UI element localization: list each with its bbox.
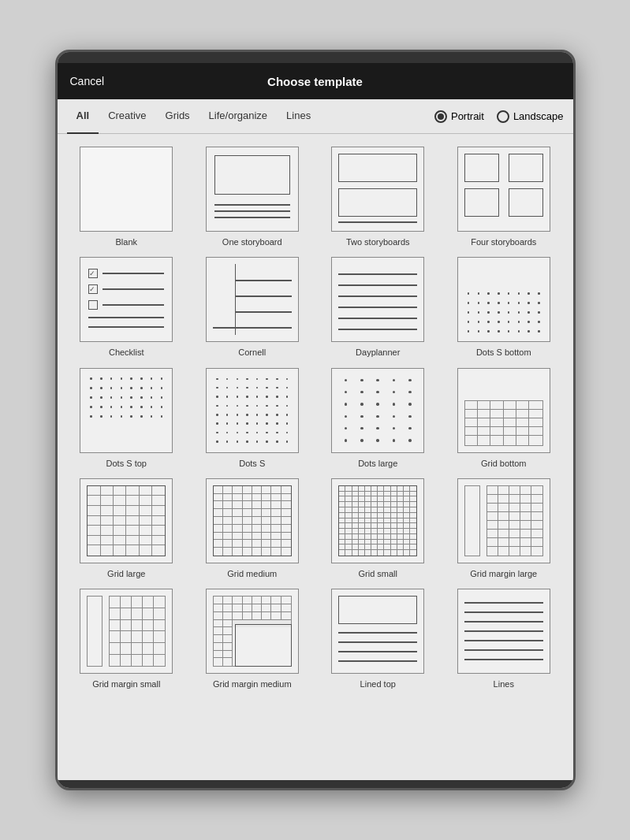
dots-area [213, 375, 292, 446]
device-bottom-bar [58, 780, 573, 788]
label-four-storyboards: Four storyboards [471, 236, 536, 247]
thumb-row5-4 [457, 589, 550, 674]
label-grid-large: Grid large [107, 568, 145, 579]
grid-small-area [338, 485, 417, 556]
template-grid-medium[interactable]: Grid medium [192, 478, 312, 579]
template-grid-small[interactable]: Grid small [319, 478, 438, 579]
device: Cancel Choose template All Creative Grid… [55, 50, 576, 790]
template-cornell[interactable]: Cornell [192, 257, 312, 358]
thumb-dayplanner [331, 257, 424, 342]
label-grid-small: Grid small [358, 568, 397, 579]
template-grid-large[interactable]: Grid large [67, 478, 187, 579]
label-row5-4: Lines [494, 678, 514, 689]
dots-area [338, 375, 417, 446]
margin-area [87, 596, 103, 667]
template-dots-large[interactable]: Dots large [319, 368, 438, 469]
template-grid-margin-large[interactable]: Grid margin large [444, 478, 564, 579]
thumb-grid-margin-large [457, 478, 550, 563]
top-box [338, 596, 417, 624]
tab-lines[interactable]: Lines [277, 99, 320, 134]
tab-all[interactable]: All [67, 99, 99, 134]
template-dots-s-top[interactable]: Dots S top [67, 368, 187, 469]
grid-area [109, 596, 166, 667]
template-dots-s-bottom[interactable]: Dots S bottom [444, 257, 564, 358]
template-dots-s[interactable]: Dots S [192, 368, 312, 469]
thumb-two-storyboards [331, 147, 424, 232]
template-grid-bottom[interactable]: Grid bottom [444, 368, 564, 469]
cancel-button[interactable]: Cancel [70, 75, 105, 87]
tabs-row: All Creative Grids Life/organize Lines P… [58, 99, 573, 134]
thumb-one-storyboard [206, 147, 299, 232]
label-dayplanner: Dayplanner [356, 347, 400, 358]
label-grid-medium: Grid medium [227, 568, 277, 579]
portrait-radio[interactable] [434, 110, 447, 123]
template-row5-4[interactable]: Lines [444, 589, 564, 689]
line1 [338, 632, 417, 634]
thumb-four-storyboards [457, 147, 550, 232]
thumb-grid-bottom [457, 368, 550, 453]
line3 [338, 651, 417, 652]
label-one-storyboard: One storyboard [222, 236, 282, 247]
thumb-checklist: ✓ ✓ [80, 257, 173, 342]
templates-grid: Blank One storyboard Two st [58, 134, 573, 780]
template-four-storyboards[interactable]: Four storyboards [444, 147, 564, 247]
dots-area [464, 289, 543, 335]
thumb-row5-3 [331, 589, 424, 674]
label-row5-2: Grid margin medium [213, 678, 292, 689]
label-grid-margin-large: Grid margin large [470, 568, 537, 579]
label-dots-s: Dots S [239, 458, 265, 469]
template-blank[interactable]: Blank [67, 147, 187, 247]
label-row5-3: Lined top [360, 678, 396, 689]
thumb-grid-medium [206, 478, 299, 563]
label-checklist: Checklist [109, 347, 144, 358]
thumb-row5-2 [206, 589, 299, 674]
thumb-grid-small [331, 478, 424, 563]
label-blank: Blank [115, 236, 137, 247]
landscape-label: Landscape [513, 110, 564, 122]
margin-area [464, 485, 480, 556]
tab-grids[interactable]: Grids [156, 99, 199, 134]
dots-area [87, 375, 166, 421]
header: Cancel Choose template [58, 63, 573, 99]
white-box [235, 624, 292, 667]
label-two-storyboards: Two storyboards [346, 236, 410, 247]
landscape-radio[interactable] [497, 110, 509, 123]
orientation-group: Portrait Landscape [434, 110, 564, 123]
label-row5-1: Grid margin small [92, 678, 160, 689]
line4 [338, 660, 417, 662]
line2 [338, 641, 417, 643]
thumb-blank [80, 147, 173, 232]
landscape-option[interactable]: Landscape [497, 110, 564, 123]
screen: Cancel Choose template All Creative Grid… [58, 63, 573, 780]
template-row5-2[interactable]: Grid margin medium [192, 589, 312, 689]
template-row5-1[interactable]: Grid margin small [67, 589, 187, 689]
template-row5-3[interactable]: Lined top [319, 589, 438, 689]
label-dots-s-top: Dots S top [106, 458, 147, 469]
portrait-option[interactable]: Portrait [434, 110, 484, 123]
label-dots-s-bottom: Dots S bottom [476, 347, 531, 358]
thumb-dots-s [206, 368, 299, 453]
label-dots-large: Dots large [358, 458, 397, 469]
portrait-label: Portrait [451, 110, 484, 122]
device-top-bar [58, 52, 573, 63]
thumb-cornell [206, 257, 299, 342]
tab-life-organize[interactable]: Life/organize [199, 99, 277, 134]
thumb-row5-1 [80, 589, 173, 674]
grid-large-area [87, 485, 166, 556]
page-title: Choose template [267, 75, 363, 88]
template-checklist[interactable]: ✓ ✓ Checklist [67, 257, 187, 358]
grid-area [486, 485, 543, 556]
template-two-storyboards[interactable]: Two storyboards [319, 147, 438, 247]
tab-creative[interactable]: Creative [99, 99, 155, 134]
grid-area [464, 400, 543, 446]
thumb-grid-large [80, 478, 173, 563]
thumb-dots-large [331, 368, 424, 453]
template-one-storyboard[interactable]: One storyboard [192, 147, 312, 247]
thumb-dots-s-bottom [457, 257, 550, 342]
grid-medium-area [213, 485, 292, 556]
thumb-dots-s-top [80, 368, 173, 453]
label-cornell: Cornell [238, 347, 266, 358]
label-grid-bottom: Grid bottom [481, 458, 526, 469]
template-dayplanner[interactable]: Dayplanner [319, 257, 438, 358]
